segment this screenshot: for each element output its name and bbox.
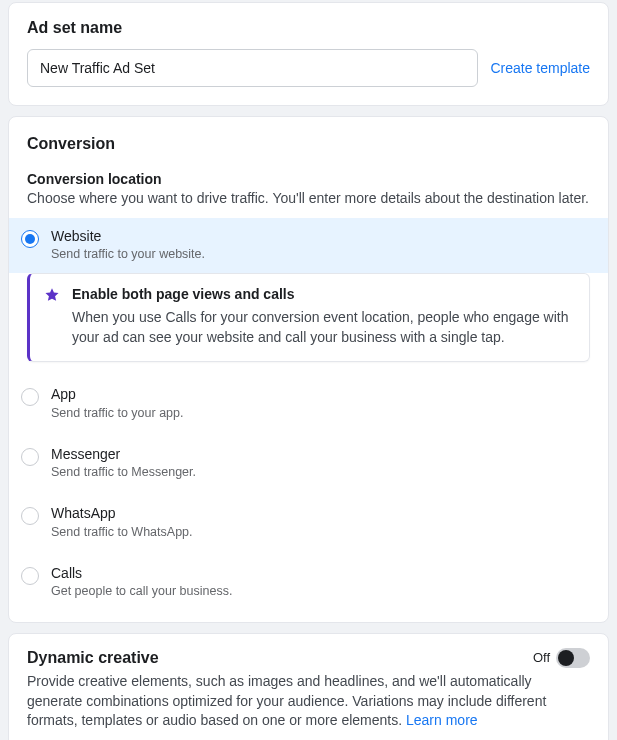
conversion-location-title: Conversion location	[27, 171, 590, 187]
option-desc: Send traffic to Messenger.	[51, 464, 590, 481]
callout-title: Enable both page views and calls	[72, 286, 575, 302]
dynamic-creative-toggle[interactable]	[556, 648, 590, 668]
conversion-location-options: Website Send traffic to your website. En…	[9, 218, 608, 612]
option-desc: Send traffic to WhatsApp.	[51, 524, 590, 541]
enable-calls-callout: Enable both page views and calls When yo…	[27, 273, 590, 362]
toggle-knob-icon	[558, 650, 574, 666]
ad-set-name-section: Ad set name Create template	[8, 2, 609, 106]
conversion-option-calls[interactable]: Calls Get people to call your business.	[9, 553, 608, 612]
option-title: App	[51, 386, 590, 404]
conversion-option-whatsapp[interactable]: WhatsApp Send traffic to WhatsApp.	[9, 493, 608, 552]
ad-set-name-title: Ad set name	[27, 19, 590, 37]
dynamic-creative-desc: Provide creative elements, such as image…	[27, 672, 590, 731]
option-desc: Get people to call your business.	[51, 583, 590, 600]
dynamic-creative-section: Dynamic creative Off Provide creative el…	[8, 633, 609, 740]
radio-icon	[21, 507, 39, 525]
conversion-title: Conversion	[27, 135, 590, 153]
create-template-link[interactable]: Create template	[490, 60, 590, 76]
conversion-section: Conversion Conversion location Choose wh…	[8, 116, 609, 623]
ad-set-name-input[interactable]	[27, 49, 478, 87]
callout-desc: When you use Calls for your conversion e…	[72, 308, 575, 347]
radio-icon	[21, 230, 39, 248]
option-title: Messenger	[51, 446, 590, 464]
radio-icon	[21, 448, 39, 466]
option-desc: Send traffic to your app.	[51, 405, 590, 422]
conversion-option-app[interactable]: App Send traffic to your app.	[9, 374, 608, 433]
star-icon	[44, 287, 62, 306]
conversion-option-website[interactable]: Website Send traffic to your website.	[9, 218, 608, 273]
option-desc: Send traffic to your website.	[51, 246, 590, 263]
conversion-location-desc: Choose where you want to drive traffic. …	[27, 189, 590, 208]
option-title: Website	[51, 228, 590, 246]
learn-more-link[interactable]: Learn more	[406, 712, 478, 728]
option-title: Calls	[51, 565, 590, 583]
dynamic-creative-toggle-state: Off	[533, 650, 550, 665]
conversion-option-messenger[interactable]: Messenger Send traffic to Messenger.	[9, 434, 608, 493]
radio-icon	[21, 388, 39, 406]
radio-icon	[21, 567, 39, 585]
dynamic-creative-title: Dynamic creative	[27, 649, 159, 667]
option-title: WhatsApp	[51, 505, 590, 523]
